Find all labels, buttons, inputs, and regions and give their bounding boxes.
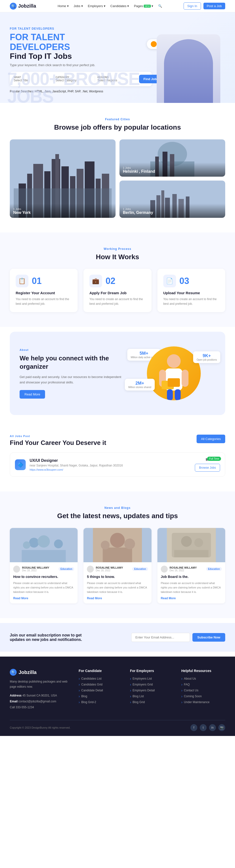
job-info: UX/UI Designer near Sanjeev Hospital, Sh… xyxy=(30,458,191,471)
nav-actions: Sign In Post a Job xyxy=(183,2,225,9)
cities-section: Featured Cities Browse job offers by pop… xyxy=(0,103,235,232)
newsletter-text: Join our email subscription now to get u… xyxy=(10,633,93,642)
social-instagram-icon[interactable]: 📷 xyxy=(219,724,225,731)
svg-rect-28 xyxy=(181,370,189,387)
footer-link-blog-grid2[interactable]: Blog Grid-2 xyxy=(78,700,123,704)
news-card-3: ROSALINE WILLAMY Dec 18, 2022 Education … xyxy=(158,528,225,603)
news-readmore-3[interactable]: Read More xyxy=(161,596,222,600)
step-desc-2: You need to create an account to find th… xyxy=(89,297,145,306)
footer-link-candidates-list[interactable]: Candidates List xyxy=(78,677,123,681)
jobs-header: All Jobs Post Find Your Career You Deser… xyxy=(10,435,225,446)
news-tag-1: Education xyxy=(59,567,74,571)
footer-bottom: Copyright © 2023 DesignBunny All rights … xyxy=(10,720,225,731)
step-num-3: 03 xyxy=(179,276,189,286)
city-jobs-ny: 1 Jobs xyxy=(13,208,112,211)
logo[interactable]: 🔍 Jobzilla xyxy=(10,3,36,9)
footer-link-candidates-grid[interactable]: Candidates Grid xyxy=(78,683,123,686)
svg-point-43 xyxy=(124,538,135,549)
nav-jobs[interactable]: Jobs ▾ xyxy=(74,4,83,8)
footer-link-faq[interactable]: FAQ xyxy=(181,683,225,686)
footer-link-under-maintenance[interactable]: Under Maintenance xyxy=(181,700,225,704)
about-title: We help you connect with the organizer xyxy=(20,354,123,371)
social-linkedin-icon[interactable]: in xyxy=(209,724,216,731)
news-card-1: ROSALINE WILLAMY Dec 18, 2022 Education … xyxy=(10,528,77,603)
post-job-button[interactable]: Post a Job xyxy=(203,3,225,9)
nav-candidates[interactable]: Candidates ▾ xyxy=(110,4,129,8)
about-tag: About xyxy=(20,348,123,351)
newsletter-email-input[interactable] xyxy=(131,633,190,642)
nav-home[interactable]: Home ▾ xyxy=(58,4,69,8)
footer-links-resources: About Us FAQ Contact Us Coming Soon Unde… xyxy=(181,677,225,704)
news-avatar-2 xyxy=(87,566,94,572)
footer-contact: Address 45 Sunset CA 90201, USA Email co… xyxy=(10,692,71,710)
footer-link-employers-detail[interactable]: Employers Detail xyxy=(130,688,174,692)
nav-pages[interactable]: Pages NEW ▾ xyxy=(134,4,153,8)
footer-logo: 🔍 Jobzilla xyxy=(10,669,71,676)
footer: 🔍 Jobzilla Many desktop publishing packa… xyxy=(0,657,235,736)
news-img-svg-3 xyxy=(158,528,225,562)
signin-button[interactable]: Sign In xyxy=(183,2,201,9)
brand-name: Jobzilla xyxy=(18,3,36,9)
svg-point-36 xyxy=(23,541,30,549)
social-twitter-icon[interactable]: t xyxy=(200,724,207,731)
read-more-button[interactable]: Read More xyxy=(20,390,45,399)
svg-point-40 xyxy=(110,533,125,548)
step-icon-num-1: 📋 01 xyxy=(16,275,72,287)
news-author-row-1: ROSALINE WILLAMY Dec 18, 2022 Education xyxy=(13,566,74,572)
footer-links-employers: Employers List Employers Grid Employers … xyxy=(130,677,174,704)
footer-logo-icon: 🔍 xyxy=(10,669,16,676)
how-section-label: Working Process xyxy=(10,247,225,251)
footer-link-blog-grid[interactable]: Blog Grid xyxy=(130,700,174,704)
footer-link-about-us[interactable]: About Us xyxy=(181,677,225,681)
footer-col-title-candidate: For Candidate xyxy=(78,669,123,673)
news-author-1: ROSALINE WILLAMY Dec 18, 2022 xyxy=(13,566,49,572)
news-readmore-1[interactable]: Read More xyxy=(13,596,74,600)
cities-section-label: Featured Cities xyxy=(10,118,225,121)
svg-rect-35 xyxy=(22,550,66,562)
social-facebook-icon[interactable]: f xyxy=(191,724,197,731)
city-overlay-helsinki: 1 Jobs Helsinki , Finland xyxy=(120,162,225,177)
browse-jobs-button[interactable]: Browse Jobs xyxy=(195,464,220,472)
footer-socials: f t in 📷 xyxy=(191,724,225,731)
news-card-2: ROSALINE WILLAMY Dec 18, 2022 Education … xyxy=(83,528,151,603)
footer-link-blog-list[interactable]: Blog List xyxy=(130,694,174,698)
stat-num-5m: 5M+ xyxy=(131,351,157,356)
news-readmore-2[interactable]: Read More xyxy=(87,596,148,600)
job-link[interactable]: https://www.w3bsuperr.com/ xyxy=(30,468,191,471)
news-date-3: Dec 18, 2022 xyxy=(170,569,197,572)
about-right: 5M+ Million daily active users 2M+ Milli… xyxy=(132,346,215,400)
footer-link-contact-us[interactable]: Contact Us xyxy=(181,688,225,692)
news-author-row-3: ROSALINE WILLAMY Dec 18, 2022 Education xyxy=(161,566,222,572)
city-card-berlin[interactable]: 1 Jobs Berlin, Germany xyxy=(120,181,225,218)
footer-link-blog[interactable]: Blog xyxy=(78,694,123,698)
footer-link-employers-grid[interactable]: Employers Grid xyxy=(130,683,174,686)
footer-desc: Many desktop publishing packages and web… xyxy=(10,679,71,689)
footer-link-coming-soon[interactable]: Coming Soon xyxy=(181,694,225,698)
footer-link-candidate-detail[interactable]: Candidate Detail xyxy=(78,688,123,692)
svg-rect-41 xyxy=(103,548,132,562)
news-body-1: ROSALINE WILLAMY Dec 18, 2022 Education … xyxy=(10,562,77,603)
job-logo: 🔷 xyxy=(15,459,26,470)
city-card-helsinki[interactable]: 1 Jobs Helsinki , Finland xyxy=(120,140,225,177)
footer-link-employers-list[interactable]: Employers List xyxy=(130,677,174,681)
nav-employers[interactable]: Employers ▾ xyxy=(88,4,105,8)
nav-links: Home ▾ Jobs ▾ Employers ▾ Candidates ▾ P… xyxy=(58,4,162,8)
news-author-name-2: ROSALINE WILLAMY xyxy=(96,566,123,569)
footer-copyright: Copyright © 2023 DesignBunny All rights … xyxy=(10,726,70,729)
news-body-3: ROSALINE WILLAMY Dec 18, 2022 Education … xyxy=(158,562,225,603)
svg-point-37 xyxy=(38,535,50,548)
subscribe-button[interactable]: Subscribe Now xyxy=(192,633,225,642)
city-jobs-helsinki: 1 Jobs xyxy=(123,166,222,169)
svg-rect-29 xyxy=(167,389,173,400)
stat-label-2m: Million stories shared xyxy=(128,386,151,389)
step-card-3: 📄 03 Upload Your Resume You need to crea… xyxy=(158,269,225,312)
svg-point-47 xyxy=(194,538,203,547)
city-card-new-york[interactable]: 1 Jobs New York xyxy=(10,140,115,218)
news-date-1: Dec 18, 2022 xyxy=(22,569,49,572)
news-desc-3: Please create an account to understand w… xyxy=(161,581,222,594)
news-title-3: Job Board is the. xyxy=(161,575,222,580)
how-section-title: How It Works xyxy=(10,253,225,261)
search-icon[interactable]: 🔍 xyxy=(158,4,162,8)
news-title-2: 5 things to know. xyxy=(87,575,148,580)
all-categories-button[interactable]: All Categories xyxy=(197,435,225,443)
